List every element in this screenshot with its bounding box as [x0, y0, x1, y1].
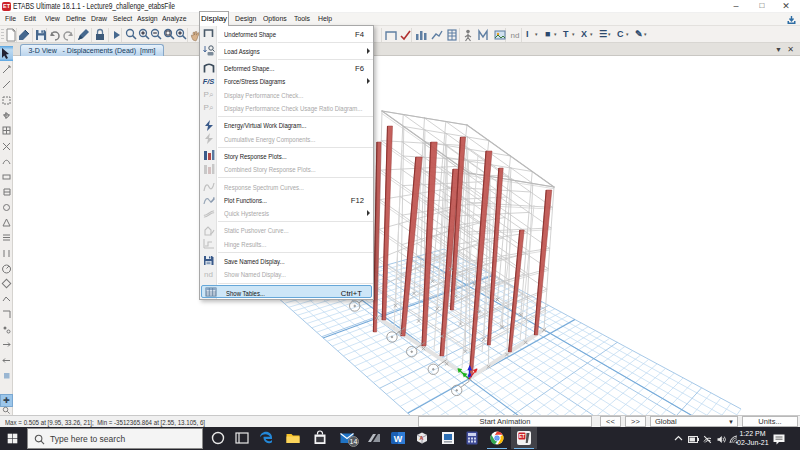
svg-text:ET: ET [519, 434, 525, 439]
svg-text:W: W [394, 434, 403, 444]
svg-text:A: A [420, 435, 424, 441]
svg-text:nd: nd [511, 31, 520, 40]
